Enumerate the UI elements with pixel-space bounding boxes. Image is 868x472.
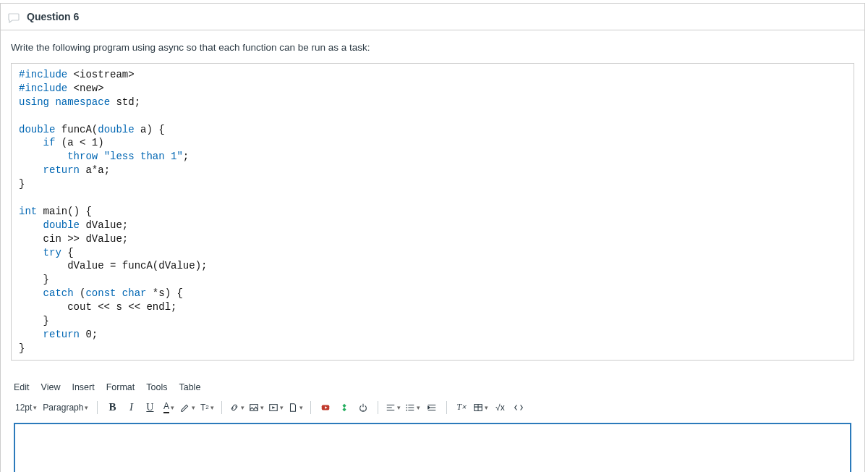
media-button[interactable]: ▾ xyxy=(267,400,285,416)
table-button[interactable]: ▾ xyxy=(472,400,490,416)
chevron-down-icon: ▾ xyxy=(171,404,174,411)
chevron-down-icon: ▾ xyxy=(241,404,244,411)
separator xyxy=(378,401,378,414)
separator xyxy=(97,401,98,414)
underline-button[interactable]: U xyxy=(141,400,158,416)
question-header: Question 6 xyxy=(1,4,864,30)
chevron-down-icon: ▾ xyxy=(85,404,88,411)
indent-button[interactable] xyxy=(423,400,441,416)
svg-point-3 xyxy=(407,404,408,405)
menu-insert[interactable]: Insert xyxy=(72,382,94,392)
paragraph-dropdown[interactable]: Paragraph▾ xyxy=(40,400,91,416)
editor-menubar: Edit View Insert Format Tools Table xyxy=(14,382,854,392)
separator xyxy=(446,401,447,414)
chevron-down-icon: ▾ xyxy=(485,404,488,411)
apps-button[interactable] xyxy=(336,400,353,416)
chevron-down-icon: ▾ xyxy=(33,404,37,411)
highlight-button[interactable]: ▾ xyxy=(179,400,197,416)
document-button[interactable]: ▾ xyxy=(286,400,305,416)
font-size-dropdown[interactable]: 12pt▾ xyxy=(14,400,38,416)
clear-format-button[interactable]: T✕ xyxy=(453,400,470,416)
menu-table[interactable]: Table xyxy=(179,382,200,392)
align-button[interactable]: ▾ xyxy=(384,400,402,416)
superscript-button[interactable]: T2▾ xyxy=(198,400,216,416)
comment-icon[interactable] xyxy=(8,13,20,23)
question-title: Question 6 xyxy=(27,11,79,22)
question-container: Question 6 Write the following program u… xyxy=(0,3,865,472)
italic-button[interactable]: I xyxy=(122,400,140,416)
prompt-text: Write the following program using async … xyxy=(11,42,854,53)
chevron-down-icon: ▾ xyxy=(192,404,195,411)
chevron-down-icon: ▾ xyxy=(280,404,284,411)
question-body: Write the following program using async … xyxy=(1,30,864,472)
chevron-down-icon: ▾ xyxy=(299,404,303,411)
separator xyxy=(310,401,311,414)
menu-edit[interactable]: Edit xyxy=(14,382,30,392)
chevron-down-icon: ▾ xyxy=(210,404,214,411)
chevron-down-icon: ▾ xyxy=(417,404,420,411)
record-button[interactable] xyxy=(317,400,334,416)
answer-editor[interactable] xyxy=(14,423,851,472)
separator xyxy=(221,401,222,414)
link-button[interactable]: ▾ xyxy=(228,400,246,416)
menu-view[interactable]: View xyxy=(41,382,61,392)
image-button[interactable]: ▾ xyxy=(247,400,265,416)
svg-point-5 xyxy=(407,409,408,410)
bold-button[interactable]: B xyxy=(103,400,121,416)
equation-button[interactable]: √x xyxy=(491,400,509,416)
svg-point-4 xyxy=(407,407,408,408)
chevron-down-icon: ▾ xyxy=(260,404,264,411)
external-tool-button[interactable] xyxy=(354,400,372,416)
code-block: #include <iostream> #include <new> using… xyxy=(11,63,854,361)
list-button[interactable]: ▾ xyxy=(404,400,422,416)
chevron-down-icon: ▾ xyxy=(397,404,401,411)
menu-format[interactable]: Format xyxy=(106,382,135,392)
embed-button[interactable] xyxy=(510,400,527,416)
editor-toolbar: 12pt▾ Paragraph▾ B I U A▾ ▾ T2▾ ▾ ▾ ▾ ▾ … xyxy=(11,398,854,423)
text-color-button[interactable]: A▾ xyxy=(160,400,177,416)
menu-tools[interactable]: Tools xyxy=(146,382,167,392)
